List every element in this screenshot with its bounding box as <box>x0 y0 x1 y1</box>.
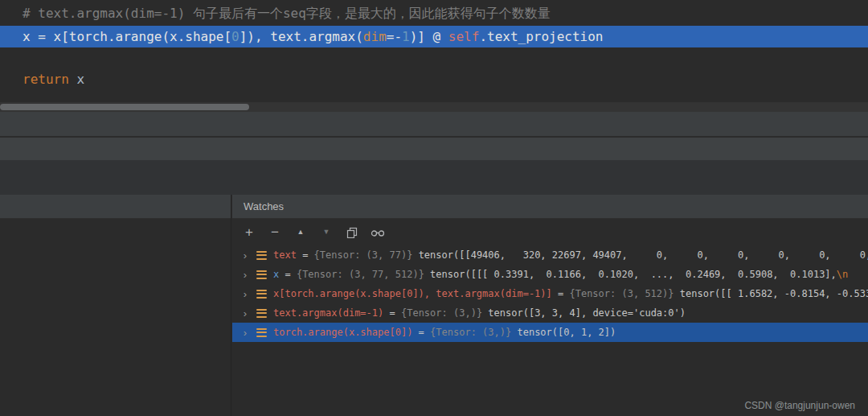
watch-value: tensor([[49406, 320, 22697, 49407, 0, 0,… <box>412 249 868 261</box>
scrollbar-thumb[interactable] <box>0 104 249 110</box>
watch-type: {Tensor: (3,)} <box>430 327 511 338</box>
code-comment-line[interactable]: # text.argmax(dim=-1) 句子最后有一个seq字段，是最大的，… <box>23 2 551 24</box>
duplicate-watch-button[interactable] <box>342 224 362 241</box>
watch-row-text-content: x[torch.arange(x.shape[0]), text.argmax(… <box>273 288 868 299</box>
watch-row-x[interactable]: › x = {Tensor: (3, 77, 512)} tensor([[[ … <box>232 265 868 284</box>
watch-type: {Tensor: (3,)} <box>401 307 482 319</box>
code-token-number: 0 <box>231 29 240 44</box>
watches-panel-header: Watches <box>232 195 868 219</box>
copy-icon <box>346 227 358 238</box>
variables-panel <box>0 195 231 416</box>
watch-row-text-content: text.argmax(dim=-1) = {Tensor: (3,)} ten… <box>273 307 686 319</box>
watches-toolbar: + − ▲ ▼ <box>232 219 868 245</box>
watch-type: {Tensor: (3, 512)} <box>569 288 674 299</box>
code-line-current[interactable]: x = x[torch.arange(x.shape[0]), text.arg… <box>23 26 604 47</box>
code-token: x <box>69 72 84 87</box>
move-watch-up-button[interactable]: ▲ <box>290 224 311 241</box>
watch-type: {Tensor: (3, 77)} <box>314 249 413 261</box>
chevron-right-icon[interactable]: › <box>239 269 252 281</box>
watch-type: {Tensor: (3, 77, 512)} <box>297 269 424 280</box>
watch-row-indexed-x[interactable]: › x[torch.arange(x.shape[0]), text.argma… <box>232 284 868 303</box>
watches-title: Watches <box>244 200 284 212</box>
watch-name: text.argmax(dim=-1) <box>273 307 383 319</box>
watch-row-text-content: text = {Tensor: (3, 77)} tensor([[49406,… <box>273 249 868 261</box>
remove-watch-button[interactable]: − <box>264 224 285 241</box>
code-token: ]), text.argmax( <box>240 29 363 44</box>
code-token: .text_projection <box>479 29 603 44</box>
editor-horizontal-scrollbar[interactable] <box>0 102 868 112</box>
chevron-right-icon[interactable]: › <box>239 288 252 300</box>
code-return-line[interactable]: return x <box>23 68 84 90</box>
code-token-number: 1 <box>402 29 410 44</box>
watch-name: x[torch.arange(x.shape[0]), text.argmax(… <box>273 288 552 299</box>
watches-panel: Watches + − ▲ ▼ <box>232 195 868 416</box>
debug-tabs-strip <box>0 138 868 160</box>
code-token: )] @ <box>410 29 448 44</box>
watch-row-argmax[interactable]: › text.argmax(dim=-1) = {Tensor: (3,)} t… <box>232 303 868 323</box>
code-editor[interactable]: # text.argmax(dim=-1) 句子最后有一个seq字段，是最大的，… <box>0 0 868 101</box>
code-token-kwarg: dim <box>363 29 387 44</box>
watch-name: text <box>273 249 297 261</box>
watch-row-text[interactable]: › text = {Tensor: (3, 77)} tensor([[4940… <box>232 245 868 265</box>
code-token-self: self <box>448 29 480 44</box>
watch-value: tensor([0, 1, 2]) <box>511 327 616 338</box>
watches-list: › text = {Tensor: (3, 77)} tensor([[4940… <box>232 245 868 342</box>
variables-panel-header <box>0 195 231 219</box>
watch-value: tensor([3, 3, 4], device='cuda:0') <box>482 307 686 319</box>
watch-icon <box>256 251 267 260</box>
csdn-watermark: CSDN @tangjunjun-owen <box>744 400 855 411</box>
watch-icon <box>256 290 267 299</box>
debug-spacer-strip <box>0 160 868 195</box>
watch-name: torch.arange(x.shape[0]) <box>273 327 412 338</box>
move-watch-down-button[interactable]: ▼ <box>316 224 337 241</box>
ide-debug-screen: # text.argmax(dim=-1) 句子最后有一个seq字段，是最大的，… <box>0 0 868 416</box>
code-token: x = x[torch.arange(x.shape[ <box>23 29 231 44</box>
watch-icon <box>256 309 267 318</box>
watch-icon <box>256 328 267 337</box>
code-token-keyword: return <box>23 72 69 87</box>
show-watches-in-variables-button[interactable] <box>367 224 388 241</box>
add-watch-button[interactable]: + <box>239 224 260 241</box>
debug-toolbar-strip <box>0 112 868 137</box>
escape-sequence: \n <box>837 269 848 280</box>
glasses-icon <box>371 228 385 237</box>
watch-icon <box>256 270 267 279</box>
watch-row-text-content: torch.arange(x.shape[0]) = {Tensor: (3,)… <box>273 327 616 338</box>
variables-panel-body[interactable] <box>0 219 231 416</box>
chevron-right-icon[interactable]: › <box>239 307 252 319</box>
chevron-right-icon[interactable]: › <box>239 249 252 262</box>
chevron-right-icon[interactable]: › <box>239 327 252 339</box>
editor-highlighted-line[interactable]: x = x[torch.arange(x.shape[0]), text.arg… <box>0 26 868 47</box>
debugger-panel: Watches + − ▲ ▼ <box>0 195 868 416</box>
watch-value: tensor([[[ 0.3391, 0.1166, 0.1020, ..., … <box>424 269 837 280</box>
watch-value: tensor([[ 1.6582, -0.8154, -0.5337, ..., <box>674 288 868 299</box>
code-token: =- <box>387 29 402 44</box>
watch-row-text-content: x = {Tensor: (3, 77, 512)} tensor([[[ 0.… <box>273 269 868 280</box>
watch-row-arange-selected[interactable]: › torch.arange(x.shape[0]) = {Tensor: (3… <box>232 323 868 342</box>
